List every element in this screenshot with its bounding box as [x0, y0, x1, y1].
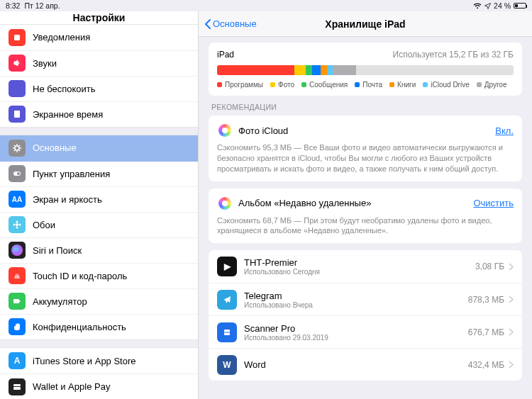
sidebar-item-label: Не беспокоить [33, 84, 96, 94]
sidebar-item-4[interactable]: Siri и Поиск [0, 237, 198, 263]
legend-item: Почта [355, 81, 382, 89]
sidebar-item-2[interactable]: AAЭкран и яркость [0, 186, 198, 212]
sidebar-item-7[interactable]: Конфиденциальность [0, 314, 198, 339]
app-name: Telegram [244, 291, 468, 301]
app-row[interactable]: Scanner ProИспользовано 29.03.2019676,7 … [209, 315, 522, 348]
sidebar-item-3[interactable]: Обои [0, 212, 198, 237]
app-icon [217, 322, 237, 342]
sidebar-item-0[interactable]: АiTunes Store и App Store [0, 348, 198, 373]
sidebar-item-label: Конфиденциальность [33, 322, 126, 332]
sidebar-item-icon [9, 216, 26, 233]
rec-title: Альбом «Недавно удаленные» [238, 198, 371, 208]
app-list: ▶ТНТ-PremierИспользовано Сегодня3,08 ГБT… [209, 250, 522, 381]
status-bar: 8:32 Пт 12 апр. 24 % [0, 0, 532, 11]
sidebar-item-label: Основные [33, 142, 77, 153]
sidebar-item-label: iTunes Store и App Store [33, 356, 136, 366]
device-name: iPad [217, 50, 234, 60]
app-icon: ▶ [217, 257, 237, 276]
app-row[interactable]: ▶ТНТ-PremierИспользовано Сегодня3,08 ГБ [209, 250, 522, 283]
settings-sidebar: Настройки УведомленияЗвукиНе беспокоитьЭ… [0, 11, 199, 399]
storage-card: iPad Используется 15,2 ГБ из 32 ГБ Прогр… [209, 43, 522, 96]
main-scroll[interactable]: iPad Используется 15,2 ГБ из 32 ГБ Прогр… [199, 37, 532, 399]
app-size: 3,08 ГБ [475, 262, 504, 271]
sidebar-item-3[interactable]: Экранное время [0, 101, 198, 127]
legend-item: Фото [270, 81, 294, 89]
recommendations-label: РЕКОМЕНДАЦИИ [211, 103, 519, 111]
sidebar-item-icon [9, 318, 26, 335]
sidebar-item-icon [9, 80, 26, 97]
battery-pct: 24 % [494, 1, 511, 10]
main-panel: Основные Хранилище iPad iPad Используетс… [199, 11, 532, 399]
sidebar-item-label: Экран и яркость [33, 194, 102, 205]
sidebar-item-label: Touch ID и код-пароль [33, 271, 127, 281]
sidebar-item-label: Уведомления [33, 32, 90, 43]
app-subtitle: Использовано 29.03.2019 [244, 334, 468, 342]
app-name: ТНТ-Premier [244, 257, 475, 268]
app-row[interactable]: WWord432,4 МБ [209, 348, 522, 381]
svg-point-8 [16, 227, 18, 229]
sidebar-item-icon: AA [9, 191, 26, 208]
chevron-right-icon [509, 296, 514, 303]
sidebar-item-icon [9, 55, 26, 72]
sidebar-item-label: Siri и Поиск [33, 245, 82, 256]
app-subtitle: Использовано Сегодня [244, 268, 475, 276]
svg-point-6 [16, 223, 18, 226]
svg-rect-2 [14, 111, 20, 114]
app-name: Scanner Pro [244, 323, 468, 334]
group-separator [0, 339, 198, 348]
svg-rect-0 [14, 35, 20, 40]
sidebar-item-6[interactable]: Аккумулятор [0, 288, 198, 314]
sidebar-item-icon [9, 29, 26, 46]
sidebar-item-label: Обои [33, 220, 55, 230]
sidebar-item-0[interactable]: Основные [0, 135, 198, 161]
sidebar-title: Настройки [0, 11, 198, 25]
rec-action[interactable]: Вкл. [495, 125, 514, 136]
legend-item: Другое [477, 81, 507, 89]
rec-title: Фото iCloud [238, 125, 288, 136]
svg-point-9 [13, 224, 16, 226]
svg-point-7 [16, 221, 18, 223]
sidebar-item-1[interactable]: Пункт управления [0, 161, 198, 186]
legend-item: iCloud Drive [423, 81, 469, 89]
sidebar-item-icon [9, 165, 26, 182]
rec-description: Сэкономить 68,7 МБ — При этом будут необ… [217, 215, 514, 237]
storage-legend: ПрограммыФотоСообщенияПочтаКнигиiCloud D… [217, 81, 514, 89]
legend-item: Сообщения [301, 81, 348, 89]
sidebar-item-label: Wallet и Apple Pay [33, 381, 110, 392]
sidebar-item-icon [9, 140, 26, 157]
rec-description: Сэкономить 95,3 МБ — Все Ваши фото и вид… [217, 142, 514, 174]
battery-icon [514, 3, 526, 9]
recommendation-card: Фото iCloudВкл.Сэкономить 95,3 МБ — Все … [209, 116, 522, 181]
status-time: 8:32 [6, 1, 20, 10]
svg-rect-14 [13, 387, 21, 390]
sidebar-item-icon [9, 106, 26, 123]
status-date: Пт 12 апр. [24, 1, 60, 10]
sidebar-item-1[interactable]: Wallet и Apple Pay [0, 373, 198, 399]
location-icon [484, 3, 491, 9]
legend-item: Книги [389, 81, 416, 89]
svg-point-10 [19, 224, 21, 226]
sidebar-item-0[interactable]: Уведомления [0, 25, 198, 50]
recommendation-card: Альбом «Недавно удаленные»ОчиститьСэконо… [209, 189, 522, 244]
rec-action[interactable]: Очистить [473, 198, 514, 208]
sidebar-item-label: Звуки [33, 58, 57, 69]
svg-rect-11 [13, 299, 19, 303]
sidebar-item-5[interactable]: Touch ID и код-пароль [0, 263, 198, 288]
svg-point-5 [17, 172, 20, 175]
legend-item: Программы [217, 81, 263, 89]
sidebar-item-icon [9, 378, 26, 395]
photos-icon [217, 123, 233, 138]
sidebar-item-2[interactable]: Не беспокоить [0, 76, 198, 101]
main-header: Основные Хранилище iPad [199, 11, 532, 37]
app-size: 432,4 МБ [468, 360, 504, 370]
app-row[interactable]: TelegramИспользовано Вчера878,3 МБ [209, 283, 522, 315]
storage-usage: Используется 15,2 ГБ из 32 ГБ [393, 50, 514, 60]
sidebar-item-1[interactable]: Звуки [0, 50, 198, 76]
sidebar-item-icon: А [9, 352, 26, 369]
back-button[interactable]: Основные [199, 18, 262, 29]
app-size: 878,3 МБ [468, 295, 504, 305]
chevron-right-icon [509, 361, 514, 369]
sidebar-item-label: Пункт управления [33, 169, 110, 179]
sidebar-item-label: Аккумулятор [33, 296, 87, 307]
chevron-right-icon [509, 328, 514, 336]
